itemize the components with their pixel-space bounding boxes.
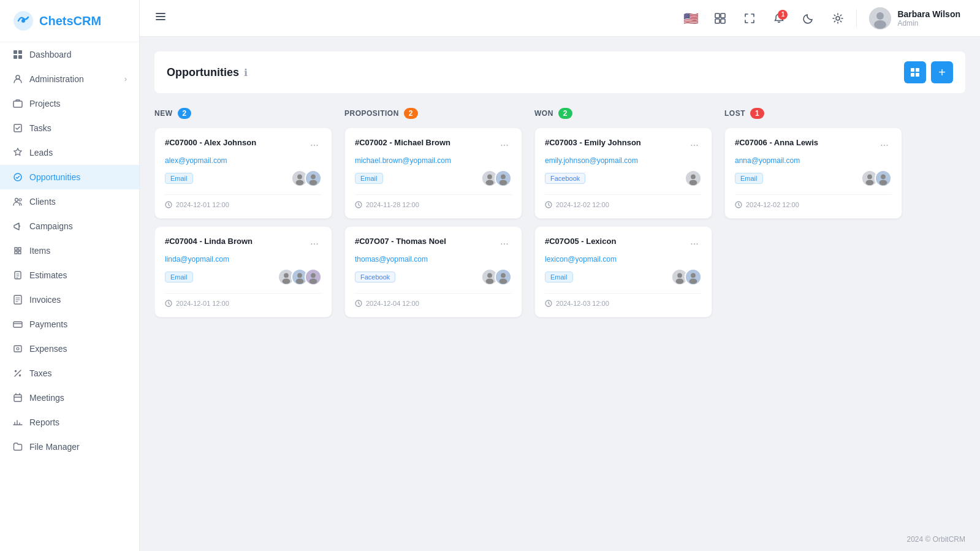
card-email[interactable]: linda@yopmail.com <box>165 255 322 264</box>
estimates-icon <box>12 270 23 281</box>
add-opportunity-button[interactable]: + <box>931 61 953 83</box>
svg-point-22 <box>836 17 840 20</box>
avatar <box>685 170 702 187</box>
sidebar-item-reports[interactable]: Reports <box>0 410 139 435</box>
expenses-icon <box>12 343 23 354</box>
clients-icon <box>12 196 23 207</box>
user-profile[interactable]: Barbara Wilson Admin <box>864 5 965 32</box>
sidebar-item-estimates[interactable]: Estimates <box>0 263 139 287</box>
card-more-button[interactable]: ··· <box>497 138 512 153</box>
card-email[interactable]: michael.brown@yopmail.com <box>355 156 512 165</box>
column-title: PROPOSITION <box>344 109 399 118</box>
avatar <box>305 268 322 286</box>
card-more-button[interactable]: ··· <box>497 237 512 251</box>
card-more-button[interactable]: ··· <box>307 138 322 153</box>
svg-point-66 <box>677 273 682 278</box>
card-time: 2024-12-01 12:00 <box>165 201 322 208</box>
file-manager-icon <box>12 441 23 452</box>
card-title: #C07002 - Michael Brown <box>355 138 450 147</box>
sidebar-item-leads[interactable]: Leads <box>0 140 139 165</box>
card-email[interactable]: alex@yopmail.com <box>165 156 322 165</box>
sidebar-item-items[interactable]: Items <box>0 238 139 263</box>
sidebar-label-reports: Reports <box>29 417 59 427</box>
sidebar-item-file-manager[interactable]: File Manager <box>0 435 139 459</box>
svg-point-56 <box>486 279 494 284</box>
opportunity-card: #C07O05 - Lexicon ··· lexicon@yopmail.co… <box>534 226 712 317</box>
campaigns-icon <box>12 221 23 232</box>
items-icon <box>12 245 23 256</box>
sidebar-item-invoices[interactable]: Invoices <box>0 287 139 312</box>
sidebar-item-clients[interactable]: Clients <box>0 189 139 214</box>
dark-mode-toggle[interactable] <box>797 7 819 29</box>
svg-point-76 <box>881 175 886 180</box>
card-time: 2024-12-02 12:00 <box>545 201 702 208</box>
card-email[interactable]: emily.johnson@yopmail.com <box>545 156 702 165</box>
card-avatars <box>861 170 892 187</box>
opportunity-card: #C07004 - Linda Brown ··· linda@yopmail.… <box>154 226 332 317</box>
svg-point-51 <box>501 175 506 180</box>
sidebar-item-administration[interactable]: Administration › <box>0 67 139 91</box>
card-tag: Email <box>165 272 193 283</box>
svg-rect-21 <box>721 19 725 23</box>
page-title: Opportunities <box>167 66 239 79</box>
notifications-button[interactable]: 1 <box>768 7 790 29</box>
sidebar-item-opportunities[interactable]: Opportunities <box>0 165 139 189</box>
grid-view-button[interactable] <box>709 7 731 29</box>
card-time: 2024-12-04 12:00 <box>355 300 512 307</box>
card-email[interactable]: anna@yopmail.com <box>735 156 892 165</box>
card-tag: Email <box>165 173 193 184</box>
card-title: #C07O05 - Lexicon <box>545 237 616 246</box>
clock-icon <box>355 201 362 208</box>
sidebar-item-tasks[interactable]: Tasks <box>0 116 139 140</box>
grid-layout-button[interactable] <box>904 61 926 83</box>
svg-rect-20 <box>715 19 720 23</box>
svg-point-70 <box>689 279 697 284</box>
footer-text: 2024 © OrbitCRM <box>906 535 965 544</box>
sidebar-label-tasks: Tasks <box>29 123 51 133</box>
column-badge: 1 <box>750 108 764 119</box>
taxes-icon <box>12 368 23 379</box>
card-more-button[interactable]: ··· <box>687 138 702 153</box>
language-selector[interactable]: 🇺🇸 <box>680 7 702 29</box>
sidebar-item-taxes[interactable]: Taxes <box>0 361 139 386</box>
menu-toggle-button[interactable] <box>154 10 167 26</box>
card-title: #C07004 - Linda Brown <box>165 237 253 246</box>
reports-icon <box>12 417 23 428</box>
svg-point-34 <box>311 175 316 180</box>
dashboard-icon <box>12 49 23 60</box>
sidebar-label-leads: Leads <box>29 148 53 158</box>
card-email[interactable]: lexicon@yopmail.com <box>545 255 702 264</box>
card-more-button[interactable]: ··· <box>307 237 322 251</box>
sidebar-item-payments[interactable]: Payments <box>0 312 139 336</box>
card-more-button[interactable]: ··· <box>877 138 892 153</box>
settings-button[interactable] <box>827 7 849 29</box>
sidebar-item-campaigns[interactable]: Campaigns <box>0 214 139 238</box>
sidebar-item-projects[interactable]: Projects <box>0 91 139 116</box>
sidebar-item-meetings[interactable]: Meetings <box>0 386 139 410</box>
svg-rect-4 <box>13 55 17 59</box>
svg-point-25 <box>874 20 886 29</box>
sidebar-item-dashboard[interactable]: Dashboard <box>0 42 139 67</box>
svg-point-77 <box>879 180 887 186</box>
main-area: 🇺🇸 1 B <box>140 0 980 551</box>
card-time: 2024-11-28 12:00 <box>355 201 512 208</box>
card-email[interactable]: thomas@yopmail.com <box>355 255 512 264</box>
info-icon[interactable]: ℹ <box>244 67 248 78</box>
card-time: 2024-12-01 12:00 <box>165 300 322 307</box>
fullscreen-button[interactable] <box>739 7 761 29</box>
svg-rect-18 <box>715 13 720 18</box>
opportunity-card: #C07002 - Michael Brown ··· michael.brow… <box>344 127 522 219</box>
column-badge: 2 <box>558 108 572 119</box>
sidebar-label-file-manager: File Manager <box>29 442 80 452</box>
svg-point-16 <box>17 348 19 350</box>
user-info: Barbara Wilson Admin <box>897 9 960 28</box>
sidebar-label-taxes: Taxes <box>29 368 52 378</box>
sidebar-item-expenses[interactable]: Expenses <box>0 336 139 361</box>
svg-rect-28 <box>911 73 914 77</box>
admin-icon <box>12 74 23 85</box>
clock-icon <box>165 300 172 307</box>
card-more-button[interactable]: ··· <box>687 237 702 251</box>
logo-area[interactable]: ChetsCRM <box>0 0 139 42</box>
svg-rect-7 <box>13 101 22 107</box>
logo-icon <box>12 10 34 32</box>
